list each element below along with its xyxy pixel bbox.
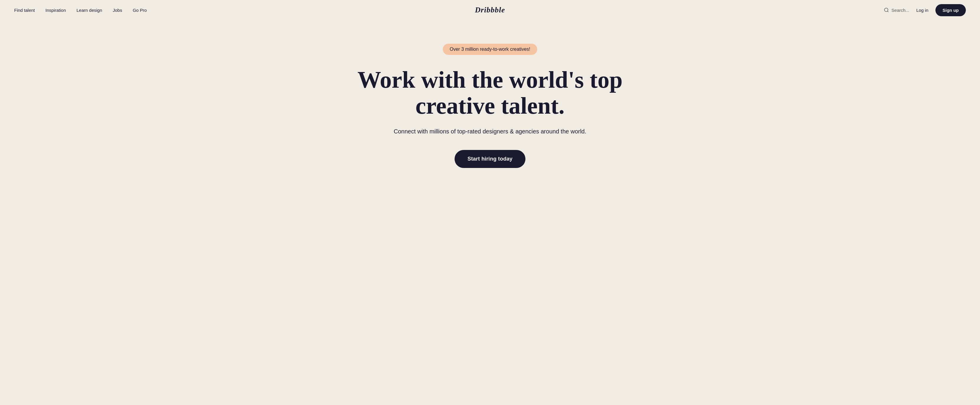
search-placeholder: Search... <box>891 8 909 13</box>
nav-find-talent[interactable]: Find talent <box>14 8 35 13</box>
hero-title-line1: Work with the world's top <box>358 67 622 93</box>
hero-subtitle: Connect with millions of top-rated desig… <box>394 127 587 136</box>
hero-title-line2: creative talent. <box>415 93 565 119</box>
search-button[interactable]: Search... <box>884 7 909 13</box>
login-button[interactable]: Log in <box>915 5 929 15</box>
nav-links: Find talent Inspiration Learn design Job… <box>14 8 147 13</box>
cta-button[interactable]: Start hiring today <box>455 150 526 168</box>
logo[interactable]: Dribbble <box>475 6 505 14</box>
hero-badge: Over 3 million ready-to-work creatives! <box>443 44 538 55</box>
svg-point-0 <box>885 8 888 11</box>
signup-button[interactable]: Sign up <box>935 4 966 16</box>
svg-line-1 <box>888 11 888 12</box>
nav-actions: Search... Log in Sign up <box>884 4 966 16</box>
search-icon <box>884 7 889 13</box>
nav-inspiration[interactable]: Inspiration <box>45 8 66 13</box>
nav-jobs[interactable]: Jobs <box>113 8 122 13</box>
logo-text: Dribbble <box>475 6 505 14</box>
navbar: Find talent Inspiration Learn design Job… <box>0 0 980 20</box>
nav-go-pro[interactable]: Go Pro <box>133 8 147 13</box>
nav-learn-design[interactable]: Learn design <box>76 8 102 13</box>
hero-title: Work with the world's top creative talen… <box>358 67 622 119</box>
hero-section: Over 3 million ready-to-work creatives! … <box>0 20 980 197</box>
